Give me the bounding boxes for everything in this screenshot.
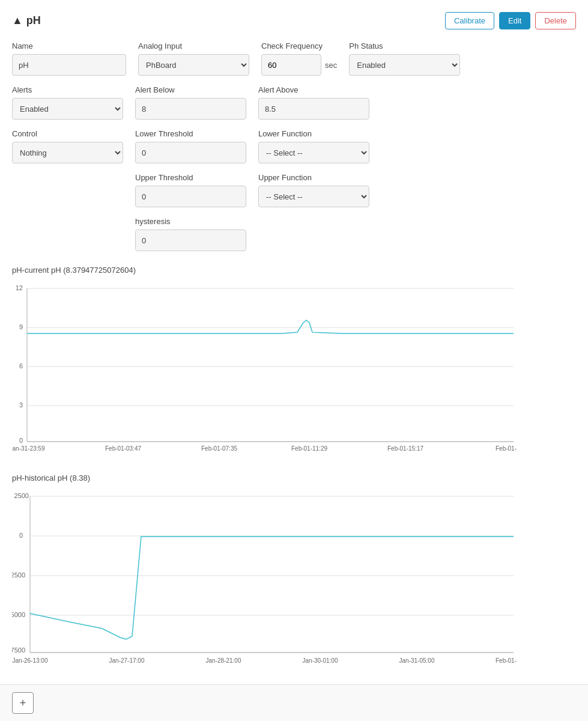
- svg-text:Jan-31-23:59: Jan-31-23:59: [12, 445, 45, 452]
- svg-text:0: 0: [19, 532, 23, 539]
- ph-status-label: Ph Status: [349, 41, 460, 50]
- form-row-5: hysteresis: [12, 217, 576, 251]
- delete-button[interactable]: Delete: [535, 12, 576, 29]
- chart1-title: pH-current pH (8.37947725072604): [12, 266, 576, 275]
- form-row-1: Name Analog Input PhBoard Check Frequenc…: [12, 41, 576, 76]
- control-group: Control Nothing: [12, 129, 123, 163]
- chevron-icon: ▲: [12, 14, 23, 27]
- svg-text:9: 9: [19, 323, 23, 330]
- check-frequency-inputs: sec: [261, 54, 337, 76]
- edit-button[interactable]: Edit: [499, 12, 530, 29]
- svg-text:3: 3: [19, 401, 23, 409]
- svg-text:-7500: -7500: [12, 646, 25, 654]
- form-row-2: Alerts Enabled Alert Below Alert Above: [12, 85, 576, 120]
- hysteresis-input[interactable]: [135, 230, 246, 251]
- analog-input-select[interactable]: PhBoard: [138, 54, 249, 76]
- svg-text:12: 12: [16, 284, 23, 291]
- svg-text:0: 0: [19, 437, 23, 444]
- svg-text:-2500: -2500: [12, 571, 25, 579]
- svg-text:6: 6: [19, 362, 23, 370]
- svg-text:Jan-28-21:00: Jan-28-21:00: [206, 657, 241, 664]
- lower-function-group: Lower Function -- Select --: [258, 129, 369, 163]
- svg-text:Feb-01-20:46: Feb-01-20:46: [496, 445, 517, 452]
- svg-text:Jan-26-13:00: Jan-26-13:00: [13, 657, 48, 664]
- alert-below-label: Alert Below: [135, 85, 246, 94]
- upper-function-select[interactable]: -- Select --: [258, 186, 369, 207]
- control-label: Control: [12, 129, 123, 138]
- svg-text:-5000: -5000: [12, 611, 25, 618]
- spacer2: [12, 217, 123, 251]
- section-name: pH: [26, 14, 41, 27]
- upper-threshold-input[interactable]: [135, 186, 246, 207]
- svg-text:2500: 2500: [14, 492, 29, 499]
- alert-above-input[interactable]: [258, 98, 369, 120]
- chart1-container: 12 9 6 3 0 Jan-31-23:59: [12, 279, 576, 455]
- chart1-svg: 12 9 6 3 0 Jan-31-23:59: [12, 279, 517, 454]
- alert-below-input[interactable]: [135, 98, 246, 120]
- check-frequency-unit: sec: [325, 61, 337, 70]
- upper-threshold-group: Upper Threshold: [135, 173, 246, 207]
- section-title: ▲ pH: [12, 14, 41, 27]
- svg-text:Feb-01-11:29: Feb-01-11:29: [291, 445, 327, 452]
- upper-function-label: Upper Function: [258, 173, 369, 182]
- svg-text:Feb-01-20:00: Feb-01-20:00: [496, 657, 517, 664]
- add-button[interactable]: +: [12, 692, 34, 714]
- svg-text:Jan-30-01:00: Jan-30-01:00: [303, 657, 338, 664]
- alerts-select[interactable]: Enabled: [12, 98, 123, 120]
- alert-above-label: Alert Above: [258, 85, 369, 94]
- form-row-3: Control Nothing Lower Threshold Lower Fu…: [12, 129, 576, 163]
- upper-threshold-label: Upper Threshold: [135, 173, 246, 182]
- alert-below-group: Alert Below: [135, 85, 246, 120]
- chart1-section: pH-current pH (8.37947725072604) 12 9 6 …: [12, 266, 576, 455]
- lower-threshold-input[interactable]: [135, 142, 246, 163]
- control-select[interactable]: Nothing: [12, 142, 123, 163]
- ph-status-select[interactable]: Enabled: [349, 54, 460, 76]
- bottom-bar: +: [0, 684, 588, 721]
- svg-text:Feb-01-07:35: Feb-01-07:35: [201, 445, 237, 452]
- name-group: Name: [12, 41, 126, 76]
- page-container: ▲ pH Calibrate Edit Delete Name Analog I…: [0, 0, 588, 721]
- svg-text:Feb-01-15:17: Feb-01-15:17: [387, 445, 423, 452]
- lower-function-select[interactable]: -- Select --: [258, 142, 369, 163]
- hysteresis-label: hysteresis: [135, 217, 246, 226]
- name-input[interactable]: [12, 54, 126, 76]
- alert-above-group: Alert Above: [258, 85, 369, 120]
- form-row-4: Upper Threshold Upper Function -- Select…: [12, 173, 576, 207]
- alerts-label: Alerts: [12, 85, 123, 94]
- check-frequency-group: Check Frequency sec: [261, 41, 337, 76]
- lower-function-label: Lower Function: [258, 129, 369, 138]
- calibrate-button[interactable]: Calibrate: [445, 12, 494, 29]
- check-frequency-input[interactable]: [261, 54, 321, 76]
- header-buttons: Calibrate Edit Delete: [445, 12, 576, 29]
- lower-threshold-group: Lower Threshold: [135, 129, 246, 163]
- chart2-title: pH-historical pH (8.38): [12, 473, 576, 482]
- ph-status-group: Ph Status Enabled: [349, 41, 460, 76]
- name-label: Name: [12, 41, 126, 50]
- upper-function-group: Upper Function -- Select --: [258, 173, 369, 207]
- chart2-container: 2500 0 -2500 -5000 -7500: [12, 487, 576, 675]
- section-header: ▲ pH Calibrate Edit Delete: [12, 12, 576, 29]
- analog-input-label: Analog Input: [138, 41, 249, 50]
- chart2-svg: 2500 0 -2500 -5000 -7500: [12, 487, 517, 674]
- hysteresis-group: hysteresis: [135, 217, 246, 251]
- lower-threshold-label: Lower Threshold: [135, 129, 246, 138]
- svg-text:Jan-27-17:00: Jan-27-17:00: [109, 657, 145, 664]
- svg-text:Jan-31-05:00: Jan-31-05:00: [399, 657, 435, 664]
- spacer: [12, 173, 123, 207]
- analog-input-group: Analog Input PhBoard: [138, 41, 249, 76]
- svg-text:Feb-01-03:47: Feb-01-03:47: [105, 445, 141, 452]
- chart2-section: pH-historical pH (8.38) 2500 0 -2500 -50…: [12, 473, 576, 675]
- alerts-group: Alerts Enabled: [12, 85, 123, 120]
- check-frequency-label: Check Frequency: [261, 41, 337, 50]
